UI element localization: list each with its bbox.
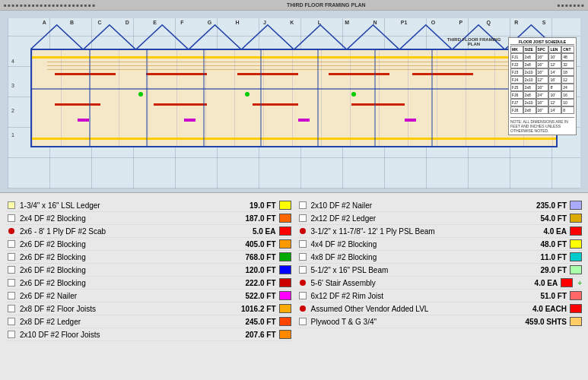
row-2: 2 — [11, 108, 14, 113]
legend-value-17: 29.0 FT — [513, 266, 567, 274]
legend-color-box-20 — [570, 304, 582, 313]
vdivider-6 — [374, 50, 376, 146]
red-mark-9 — [351, 103, 405, 106]
legend-row-12: 2x10 DF #2 Nailer 235.0 FT — [297, 199, 583, 212]
legend-color-box-8 — [279, 291, 291, 300]
main-container: ■ ■ ■ ■ ■ ■ ■ ■ ■ ■ ■ ■ ■ ■ ■ ■ ■ ■ ■ ■ … — [0, 0, 588, 380]
fj-r2-1: FJ2 — [510, 61, 523, 68]
legend-icon-7 — [6, 277, 17, 288]
plus-icon-18: + — [577, 279, 582, 287]
fj-r1-4: 10' — [548, 53, 561, 61]
legend-row-9: 2x8 DF #2 Floor Joists 1016.2 FT — [6, 302, 291, 315]
legend-row-1: 1-3/4" x 16" LSL Ledger 19.0 FT — [6, 199, 291, 212]
legend-label-10: 2x8 DF #2 Ledger — [20, 318, 220, 326]
vdivider-2 — [146, 50, 148, 146]
yellow-ledger-bottom — [32, 138, 556, 140]
legend-color-box-15 — [570, 239, 582, 249]
row-numbers: 4 3 2 1 — [11, 49, 14, 147]
fj-r8-2: 2x8 — [523, 106, 536, 114]
page-header: ■ ■ ■ ■ ■ ■ ■ ■ ■ ■ ■ ■ ■ ■ ■ ■ ■ ■ ■ ■ … — [0, 0, 588, 11]
legend-value-10: 245.0 FT — [223, 318, 276, 326]
legend-value-5: 768.0 FT — [223, 253, 276, 261]
legend-label-1: 1-3/4" x 16" LSL Ledger — [20, 201, 220, 210]
notes-section: NOTE: ALL DIMENSIONS ARE IN FEET AND INC… — [510, 117, 574, 133]
legend-color-box-16 — [570, 252, 582, 261]
legend-label-2: 2x4 DF #2 Blocking — [20, 214, 220, 223]
legend-label-13: 2x12 DF #2 Ledger — [311, 214, 511, 223]
legend-label-18: 5-6' Stair Assembly — [311, 279, 502, 287]
fj-r2-3: 16" — [536, 61, 549, 68]
red-mark-1 — [55, 73, 116, 75]
legend-value-8: 522.0 FT — [223, 292, 276, 300]
legend-value-12: 235.0 FT — [513, 201, 567, 210]
fj-col-size: SIZE — [523, 46, 536, 53]
legend-icon-1 — [6, 200, 17, 211]
floor-plan — [30, 49, 558, 147]
magenta-4 — [405, 119, 416, 122]
legend-row-5: 2x6 DF #2 Blocking 768.0 FT — [6, 251, 291, 264]
green-dot-1 — [138, 92, 143, 97]
legend-value-11: 207.6 FT — [223, 331, 276, 339]
plan-title-label: THIRD FLOOR FRAMING PLAN — [443, 37, 504, 46]
red-mark-8 — [253, 103, 298, 106]
hstruct-1 — [32, 88, 556, 90]
fj-schedule-title: FLOOR JOIST SCHEDULE — [510, 40, 574, 45]
legend-icon-13 — [297, 213, 308, 223]
legend-row-3: 2x6 - 8' 1 Ply DF #2 Scab 5.0 EA — [6, 225, 291, 238]
red-mark-7 — [154, 103, 207, 106]
vdivider-5 — [317, 50, 319, 146]
legend-value-1: 19.0 FT — [223, 201, 276, 210]
legend-label-5: 2x6 DF #2 Blocking — [20, 253, 220, 261]
magenta-2 — [184, 119, 195, 122]
legend-value-4: 405.0 FT — [223, 240, 276, 249]
legend-icon-18 — [297, 277, 308, 288]
legend-color-box-14 — [570, 226, 582, 236]
legend-value-15: 48.0 FT — [513, 240, 567, 249]
fj-r5-4: 8' — [548, 84, 561, 91]
legend-icon-15 — [297, 239, 308, 249]
legend-value-3: 5.0 EA — [223, 227, 276, 236]
fj-r5-1: FJ5 — [510, 84, 523, 91]
legend-row-14: 3-1/2" x 11-7/8"- 12' 1 Ply PSL Beam 4.0… — [297, 225, 583, 238]
legend-label-3: 2x6 - 8' 1 Ply DF #2 Scab — [20, 227, 220, 236]
legend-color-box-12 — [570, 201, 582, 210]
fj-r7-2: 2x10 — [523, 99, 536, 106]
fj-schedule-grid: MK SIZE SPC LEN CNT FJ1 2x8 16" 10' 48 F… — [510, 46, 574, 114]
legend-row-7: 2x6 DF #2 Blocking 222.0 FT — [6, 277, 291, 290]
fj-r8-3: 16" — [536, 106, 549, 114]
legend-icon-3 — [6, 226, 17, 236]
legend-color-box-10 — [279, 317, 291, 326]
fj-r6-2: 2x8 — [523, 91, 536, 99]
fj-r7-4: 12' — [548, 99, 561, 106]
legend-color-box-7 — [279, 278, 291, 287]
legend-label-16: 4x8 DF #2 Blocking — [311, 253, 511, 261]
fj-r2-4: 12' — [548, 61, 561, 68]
legend-label-14: 3-1/2" x 11-7/8"- 12' 1 Ply PSL Beam — [311, 227, 511, 236]
fj-r7-1: FJ7 — [510, 99, 523, 106]
legend-row-8: 2x6 DF #2 Nailer 522.0 FT — [6, 290, 291, 302]
bottom-area: 1-3/4" x 16" LSL Ledger 19.0 FT 2x4 DF #… — [0, 193, 588, 380]
blueprint-inner: A B C D E F G H J K L M N P1 O P Q R S — [8, 18, 580, 188]
fj-r4-1: FJ4 — [510, 76, 523, 84]
legend-icon-10 — [6, 316, 17, 327]
legend-table-2: 2x10 DF #2 Nailer 235.0 FT 2x12 DF #2 Le… — [297, 199, 583, 374]
legend-label-6: 2x6 DF #2 Blocking — [20, 266, 220, 274]
fj-r3-2: 2x10 — [523, 68, 536, 76]
legend-value-13: 54.0 FT — [513, 214, 567, 223]
header-center: THIRD FLOOR FRAMING PLAN — [287, 2, 365, 8]
fj-r7-5: 10 — [561, 99, 574, 106]
legend-value-21: 459.0 SHTS — [513, 318, 567, 326]
vdivider-7 — [431, 50, 433, 146]
legend-label-8: 2x6 DF #2 Nailer — [20, 292, 220, 300]
legend-label-4: 2x6 DF #2 Blocking — [20, 240, 220, 249]
roof-triangles — [30, 22, 558, 51]
legend-value-9: 1016.2 FT — [223, 305, 276, 313]
vdivider-4 — [260, 50, 262, 146]
legend-label-12: 2x10 DF #2 Nailer — [311, 201, 511, 210]
legend-row-19: 6x12 DF #2 Rim Joist 51.0 FT — [297, 290, 583, 302]
legend-row-15: 4x4 DF #2 Blocking 48.0 FT — [297, 238, 583, 251]
red-mark-6 — [55, 103, 100, 106]
legend-value-16: 11.0 FT — [513, 253, 567, 261]
red-mark-3 — [237, 73, 298, 75]
legend-value-6: 120.0 FT — [223, 266, 276, 274]
